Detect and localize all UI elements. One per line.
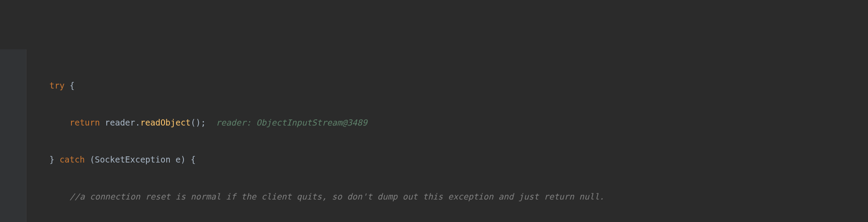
method-call: readObject: [140, 118, 191, 127]
identifier: reader.: [100, 118, 140, 127]
code-content[interactable]: try { return reader.readObject(); reader…: [0, 55, 868, 222]
code-line[interactable]: return reader.readObject(); reader: Obje…: [0, 116, 868, 129]
brace: }: [49, 155, 60, 164]
paren: (: [85, 155, 95, 164]
code-line[interactable]: //a connection reset is normal if the cl…: [0, 190, 868, 203]
code-editor[interactable]: try { return reader.readObject(); reader…: [0, 49, 868, 92]
code-line[interactable]: try {: [0, 79, 868, 92]
inline-hint: reader: ObjectInputStream@3489: [206, 118, 367, 127]
code-line[interactable]: } catch (SocketException e) {: [0, 153, 868, 166]
keyword-return: return: [70, 118, 100, 127]
keyword-try: try: [49, 81, 64, 90]
var-brace: e) {: [171, 155, 196, 164]
punct: ();: [191, 118, 206, 127]
comment: //a connection reset is normal if the cl…: [70, 192, 605, 201]
keyword-catch: catch: [60, 155, 85, 164]
brace: {: [64, 81, 75, 90]
exception-type: SocketException: [95, 155, 171, 164]
